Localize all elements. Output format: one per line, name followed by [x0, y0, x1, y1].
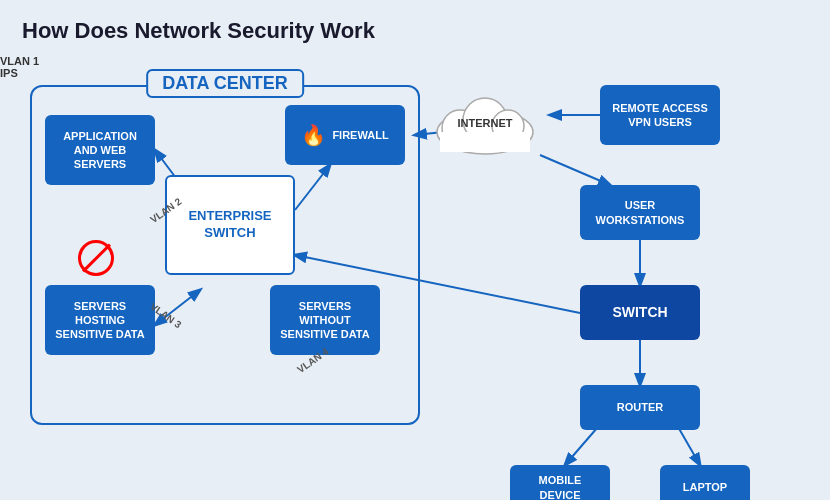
firewall-icon: 🔥: [301, 122, 326, 148]
servers-sensitive-box: SERVERS HOSTING SENSITIVE DATA: [45, 285, 155, 355]
router-box: ROUTER: [580, 385, 700, 430]
vlan1-label: VLAN 1: [0, 55, 830, 67]
no-access-symbol: [78, 240, 114, 276]
app-servers-box: APPLICATION AND WEB SERVERS: [45, 115, 155, 185]
svg-rect-16: [440, 132, 530, 152]
internet-cloud: INTERNET: [430, 85, 540, 160]
firewall-box: 🔥 FIREWALL: [285, 105, 405, 165]
mobile-box: MOBILE DEVICE: [510, 465, 610, 500]
firewall-label: FIREWALL: [332, 128, 388, 142]
laptop-box: LAPTOP: [660, 465, 750, 500]
data-center-label: DATA CENTER: [146, 69, 304, 98]
page-title: How Does Network Security Work: [0, 0, 830, 54]
user-workstations-box: USER WORKSTATIONS: [580, 185, 700, 240]
switch-right-box: SWITCH: [580, 285, 700, 340]
remote-vpn-box: REMOTE ACCESS VPN USERS: [600, 85, 720, 145]
svg-line-6: [540, 155, 610, 185]
ips-label: IPS: [0, 67, 830, 79]
servers-no-sensitive-box: SERVERS WITHOUT SENSITIVE DATA: [270, 285, 380, 355]
enterprise-switch-box: ENTERPRISE SWITCH: [165, 175, 295, 275]
internet-label: INTERNET: [458, 117, 513, 129]
